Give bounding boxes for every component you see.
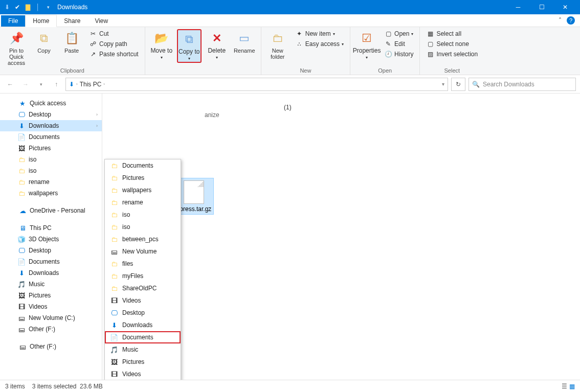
dropdown-item-iso[interactable]: 🗀iso: [105, 221, 181, 233]
group-header[interactable]: (1): [284, 104, 292, 111]
recent-button[interactable]: ▾: [35, 78, 47, 90]
file-icon: [184, 180, 204, 204]
minimize-button[interactable]: ─: [506, 0, 530, 14]
nav-documents[interactable]: 📄Documents: [0, 131, 102, 143]
paste-button[interactable]: 📋 Paste: [59, 29, 84, 54]
tab-share[interactable]: Share: [57, 15, 87, 27]
ribbon-collapse-icon[interactable]: ˄: [559, 17, 562, 24]
nav-desktop2[interactable]: 🖵Desktop: [0, 245, 102, 256]
drive-icon: 🖴: [110, 247, 118, 256]
address-input[interactable]: ⬇ › This PC › ▾: [65, 78, 448, 91]
nav-videos[interactable]: 🎞Videos: [0, 301, 102, 312]
nav-thispc[interactable]: 🖥This PC: [0, 222, 102, 234]
dropdown-item-iso[interactable]: 🗀iso: [105, 209, 181, 221]
nav-iso[interactable]: 🗀iso: [0, 154, 102, 165]
paste-icon: 📋: [63, 30, 80, 47]
moveto-button[interactable]: 📂 Move to ▾: [149, 29, 174, 61]
folder-icon: 🗀: [110, 223, 118, 231]
easyaccess-icon: ⛬: [295, 40, 303, 48]
nav-newvol[interactable]: 🖴New Volume (C:): [0, 312, 102, 324]
nav-quickaccess[interactable]: ★Quick access: [0, 98, 102, 109]
close-button[interactable]: ✕: [553, 0, 577, 14]
delete-button[interactable]: ✕ Delete▾: [205, 29, 229, 61]
qat-folder-icon[interactable]: ▇: [24, 3, 32, 11]
dropdown-item-new-volume[interactable]: 🖴New Volume: [105, 245, 181, 258]
qat-down-icon[interactable]: ⬇: [3, 3, 11, 11]
nav-iso2[interactable]: 🗀iso: [0, 165, 102, 176]
dropdown-item-downloads[interactable]: ⬇Downloads: [105, 319, 181, 331]
help-icon[interactable]: ?: [567, 16, 575, 25]
nav-pictures2[interactable]: 🖼Pictures: [0, 290, 102, 301]
maximize-button[interactable]: ☐: [530, 0, 553, 14]
desktop-icon: 🖵: [17, 110, 26, 119]
qat-dropdown-icon[interactable]: ▾: [44, 3, 52, 11]
nav-pictures[interactable]: 🖼Pictures: [0, 143, 102, 154]
history-button[interactable]: 🕘History: [382, 50, 415, 59]
address-bar: ← → ▾ ↑ ⬇ › This PC › ▾ ↻ 🔍 Search Downl…: [0, 75, 580, 94]
nav-music[interactable]: 🎵Music: [0, 279, 102, 290]
newfolder-button[interactable]: 🗀 New folder: [265, 29, 290, 60]
group-clipboard: 📌 Pin to Quick access ⧉ Copy 📋 Paste ✂Cu…: [0, 27, 145, 75]
properties-button[interactable]: ☑ Properties▾: [354, 29, 379, 61]
dropdown-item-myfiles[interactable]: 🗀myFiles: [105, 270, 181, 282]
history-icon: 🕘: [384, 50, 392, 58]
copypath-button[interactable]: ☍Copy path: [87, 39, 141, 49]
selectnone-button[interactable]: ▢Select none: [424, 39, 480, 49]
download-icon: ⬇: [17, 122, 26, 130]
dropdown-item-rename[interactable]: 🗀rename: [105, 196, 181, 209]
tab-home[interactable]: Home: [25, 15, 57, 27]
cut-icon: ✂: [89, 30, 97, 38]
edit-button[interactable]: ✎Edit: [382, 39, 415, 49]
dropdown-item-videos[interactable]: 🎞Videos: [105, 368, 181, 380]
copy-icon: ⧉: [36, 30, 52, 47]
copy-button[interactable]: ⧉ Copy: [32, 29, 56, 54]
ribbon-tabs: File Home Share View ˄ ?: [0, 14, 580, 27]
view-details-icon[interactable]: ☰: [562, 383, 567, 390]
back-button[interactable]: ←: [4, 78, 16, 90]
nav-otherf[interactable]: 🖴Other (F:): [0, 324, 102, 335]
document-icon: 📄: [17, 133, 26, 141]
pin-quickaccess-button[interactable]: 📌 Pin to Quick access: [4, 29, 29, 66]
nav-documents2[interactable]: 📄Documents: [0, 256, 102, 267]
dropdown-item-between-pcs[interactable]: 🗀between_pcs: [105, 233, 181, 245]
refresh-button[interactable]: ↻: [451, 78, 465, 91]
dropdown-item-files[interactable]: 🗀files: [105, 258, 181, 270]
dropdown-item-documents[interactable]: 📄Documents: [105, 331, 181, 343]
paste-shortcut-button[interactable]: ↗Paste shortcut: [87, 50, 141, 59]
rename-icon: ▭: [236, 30, 253, 47]
picture-icon: 🖼: [17, 144, 26, 152]
dropdown-item-documents[interactable]: 🗀Documents: [105, 159, 181, 172]
dropdown-item-pictures[interactable]: 🗀Pictures: [105, 172, 181, 184]
nav-otherf2[interactable]: 🖴Other (F:): [0, 341, 102, 352]
copyto-button[interactable]: ⧉ Copy to ▾: [177, 29, 202, 63]
dropdown-item-desktop[interactable]: 🖵Desktop: [105, 307, 181, 319]
nav-downloads[interactable]: ⬇Downloads›: [0, 120, 102, 131]
nav-desktop[interactable]: 🖵Desktop›: [0, 109, 102, 120]
cut-button[interactable]: ✂Cut: [87, 29, 141, 38]
invertsel-button[interactable]: ▨Invert selection: [424, 50, 480, 59]
qat-check-icon[interactable]: ✔: [13, 3, 21, 11]
dropdown-item-wallpapers[interactable]: 🗀wallpapers: [105, 184, 181, 196]
search-input[interactable]: 🔍 Search Downloads: [469, 78, 576, 91]
dropdown-item-music[interactable]: 🎵Music: [105, 343, 181, 356]
view-icons-icon[interactable]: ▦: [569, 383, 575, 390]
nav-rename[interactable]: 🗀rename: [0, 176, 102, 188]
open-icon: ▢: [384, 30, 392, 38]
addr-dropdown-icon[interactable]: ▾: [442, 81, 444, 87]
dropdown-item-videos[interactable]: 🎞Videos: [105, 294, 181, 307]
tab-file[interactable]: File: [1, 15, 25, 27]
easyaccess-button[interactable]: ⛬Easy access ▾: [293, 39, 346, 49]
open-button[interactable]: ▢Open ▾: [382, 29, 415, 38]
nav-onedrive[interactable]: ☁OneDrive - Personal: [0, 205, 102, 216]
tab-view[interactable]: View: [87, 15, 115, 27]
dropdown-item-shareoldpc[interactable]: 🗀ShareOldPC: [105, 282, 181, 294]
nav-wallpapers[interactable]: 🗀wallpapers: [0, 188, 102, 199]
rename-button[interactable]: ▭ Rename: [232, 29, 257, 54]
newitem-button[interactable]: ✦New item ▾: [293, 29, 346, 38]
dropdown-item-pictures[interactable]: 🖼Pictures: [105, 356, 181, 368]
nav-3dobjects[interactable]: 🧊3D Objects: [0, 234, 102, 245]
up-button[interactable]: ↑: [50, 78, 62, 90]
forward-button[interactable]: →: [19, 78, 32, 90]
selectall-button[interactable]: ▦Select all: [424, 29, 480, 38]
nav-downloads2[interactable]: ⬇Downloads: [0, 267, 102, 279]
